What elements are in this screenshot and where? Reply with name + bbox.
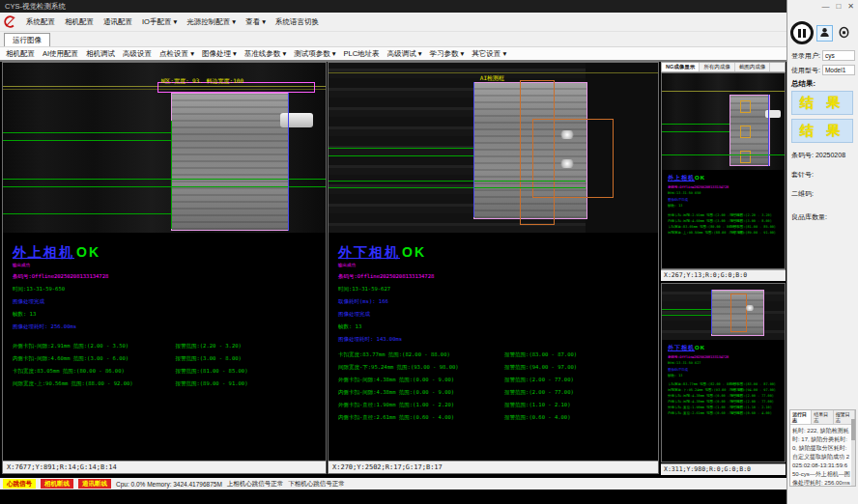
maximize-button[interactable]: □ (836, 2, 841, 11)
pixel-coordinate-bar-lower: X:270;Y:2502;R:17;G:17;B:17 (329, 461, 658, 473)
edge-line-blue (768, 95, 769, 166)
tool-advanced-debug[interactable]: 高级调试 ▾ (387, 49, 422, 59)
barcode-line: 条码号:Offline20250208133134728 (668, 355, 783, 359)
tool-test-params[interactable]: 测试项参数 ▾ (294, 49, 335, 59)
measure-value: 间隙宽度-下:95.24mm 范围:(93.00 - 98.00) (338, 364, 504, 377)
ai-detect-box (740, 151, 751, 163)
measurement-row: 卡扣宽度:83.05mm 范围:(80.00 - 86.00)报警范围:(81.… (13, 368, 326, 380)
alarm-range: 报警范围:(2.20 - 3.20) (175, 343, 241, 355)
mini-view-lower: 外下相机OK 条码号:Offline20250208133134728 时间:1… (661, 283, 786, 462)
measurement-line (3, 179, 326, 180)
minimize-button[interactable]: — (821, 2, 829, 11)
model-value[interactable]: Model1 (822, 65, 855, 75)
camera-result-title: 外上相机OK (13, 244, 326, 262)
barcode-line: 条码号:Offline20250208133134728 (13, 273, 326, 280)
tool-other-settings[interactable]: 其它设置 ▾ (472, 49, 506, 59)
measurement-line (3, 132, 171, 133)
menu-bar: 系统配置 相机配置 通讯配置 IO手配置 ▾ 光源控制配置 ▾ 查看 ▾ 系统语… (0, 13, 786, 32)
user-login-button[interactable] (816, 25, 833, 42)
menu-item-light-control[interactable]: 光源控制配置 ▾ (186, 17, 236, 27)
log-tab-result[interactable]: 结果日志 (812, 410, 833, 424)
menu-item-camera-config[interactable]: 相机配置 (65, 17, 94, 27)
mini-tab-ng-display[interactable]: NG成像显示 (662, 63, 700, 71)
action-button-row (790, 21, 858, 44)
measure-value: 间隙宽度-上:90.56mm 范围:(88.00 - 92.00) (668, 231, 729, 237)
log-scrollbar[interactable] (851, 419, 855, 486)
menu-item-comm-config[interactable]: 通讯配置 (103, 17, 132, 27)
measure-value: 内侧卡扣-直径:2.61mm 范围:(0.60 - 4.00) (668, 411, 729, 417)
tool-camera-debug[interactable]: 相机调试 (86, 49, 115, 59)
measurement-row: 卡扣宽度:83.77mm 范围:(82.00 - 88.00)报警范围:(83.… (338, 351, 658, 364)
tool-advanced-settings[interactable]: 高级设置 (123, 49, 152, 59)
main-content: N区:宽度: 93. 料边宽度:100 外上相机OK 输出成功 条码号:Offl… (0, 62, 786, 474)
measurement-row: 外侧卡扣-间隙:2.91mm 范围:(2.00 - 3.50)报警范围:(2.2… (13, 343, 326, 355)
output-status: 输出成功 (338, 263, 658, 267)
measurement-list: 卡扣宽度:83.77mm 范围:(82.00 - 88.00)报警范围:(83.… (668, 382, 783, 417)
grab-time-line: 取像耗时(ms): 166 (338, 298, 658, 305)
menu-item-view[interactable]: 查看 ▾ (245, 17, 266, 27)
camera-image-upper[interactable]: N区:宽度: 93. 料边宽度:100 (3, 63, 326, 233)
measurement-line (662, 154, 785, 155)
tool-image-process[interactable]: 图像处理 ▾ (202, 49, 237, 59)
login-user-value[interactable]: cys (822, 50, 855, 61)
edge-line-blue (711, 290, 712, 334)
menu-item-io-config[interactable]: IO手配置 ▾ (142, 17, 177, 27)
edge-line-blue (473, 82, 474, 217)
pause-button[interactable] (790, 21, 814, 44)
log-scrollbar-thumb[interactable] (851, 419, 855, 440)
mini-tab-all-images[interactable]: 所有内成像 (700, 63, 735, 71)
tool-camera-config[interactable]: 相机配置 (6, 49, 35, 59)
mini-view-upper: 外上相机OK 条码号:Offline20250208133134728 时间:1… (661, 72, 786, 269)
menu-item-system-config[interactable]: 系统配置 (26, 17, 55, 27)
mini-image-upper[interactable] (662, 73, 785, 170)
camera-result-title: 外上相机OK (668, 174, 783, 182)
alarm-range: 报警范围:(94.00 - 97.00) (504, 364, 577, 377)
lock-button[interactable] (836, 25, 852, 42)
camera-view-lower: AI检测框 外下相机OK 输出成功 条码号:Offline20250208133… (328, 62, 659, 474)
camera-result-title: 外下相机OK (668, 344, 783, 352)
measurement-row: 内侧卡扣-间隙:4.38mm 范围:(0.00 - 9.00)报警范围:(2.0… (338, 389, 658, 402)
total-result-label: 总结果: (791, 79, 815, 89)
close-button[interactable]: ✕ (847, 2, 854, 11)
measurement-line (3, 213, 171, 214)
measurement-line (3, 186, 326, 187)
camera-name: 外下相机 (668, 345, 695, 350)
tool-ai-config[interactable]: AI使用配置 (43, 49, 78, 59)
measurement-list: 外侧卡扣-间隙:2.91mm 范围:(2.00 - 3.50)报警范围:(2.2… (668, 213, 783, 237)
comm-offline-badge: 通讯断线 (78, 479, 111, 489)
measurement-row: 外侧卡扣-间隙:4.38mm 范围:(0.00 - 9.00)报警范围:(2.0… (338, 377, 658, 389)
alarm-range: 报警范围:(89.00 - 91.00) (729, 231, 776, 237)
measurement-line (662, 131, 729, 132)
login-user-field: 登录用户: cys (791, 50, 855, 61)
camera-name: 外下相机 (338, 244, 400, 260)
tool-plc-address[interactable]: PLC地址表 (344, 49, 380, 59)
barcode-value: 20250208 (815, 152, 845, 158)
tool-spot-check[interactable]: 点检设置 ▾ (159, 49, 194, 59)
lock-icon (838, 26, 850, 40)
time-line: 时间:13-31-59-650 (668, 191, 783, 195)
tab-run-image[interactable]: 运行图像 (4, 33, 50, 46)
measure-value: 外侧卡扣-间隙:4.38mm 范围:(0.00 - 9.00) (338, 377, 504, 389)
model-field: 使用型号: Model1 (791, 65, 855, 75)
status-bar: 心跳信号 相机断线 通讯断线 Cpu: 0.0% Memory: 3424.41… (0, 478, 786, 490)
connector-part (765, 110, 781, 118)
tool-baseline-params[interactable]: 基准线参数 ▾ (244, 49, 286, 59)
measurement-list: 外侧卡扣-间隙:2.91mm 范围:(2.00 - 3.50)报警范围:(2.2… (13, 343, 326, 393)
camera-image-lower[interactable]: AI检测框 (329, 63, 658, 233)
mini-image-lower[interactable] (662, 284, 785, 340)
right-panel: — □ ✕ 登录用户: cys 使用型号: Model1 总结果: 结 果 (786, 0, 858, 504)
tool-learning-params[interactable]: 学习参数 ▾ (429, 49, 464, 59)
alarm-range: 报警范围:(2.00 - 77.00) (504, 377, 574, 389)
highlight-spot (745, 305, 755, 311)
measurement-line (662, 124, 729, 125)
result-display-lower: 结 果 (791, 119, 853, 143)
menu-item-language-switch[interactable]: 系统语言切换 (275, 17, 319, 27)
barcode-field: 条码号: 20250208 (791, 151, 845, 160)
log-panel: 运行日志 结果日志 报警日志 耗时: 222, 缺陷检测耗时: 17, 缺陷分类… (789, 409, 856, 487)
log-tab-run[interactable]: 运行日志 (790, 410, 812, 424)
mini-tab-capture-images[interactable]: 截图内成像 (735, 63, 771, 71)
measure-value: 外侧卡扣-间隙:2.91mm 范围:(2.00 - 3.50) (13, 343, 175, 355)
mini-view-tabs: NG成像显示 所有内成像 截图内成像 (661, 62, 786, 72)
login-user-label: 登录用户: (791, 51, 820, 61)
mini-view-column: NG成像显示 所有内成像 截图内成像 (661, 62, 786, 474)
